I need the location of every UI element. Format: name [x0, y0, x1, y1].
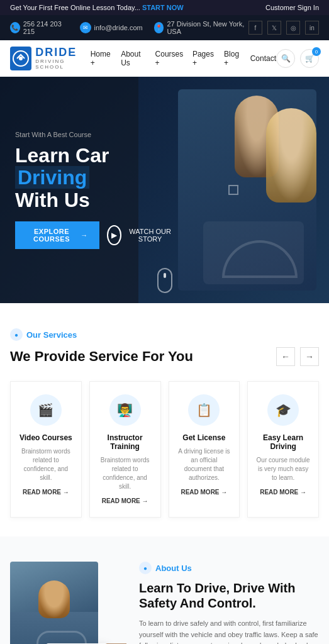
service-desc-instructor: Brainstorm words related to confidence, …: [98, 456, 153, 491]
social-icons: f 𝕏 ◎ in: [248, 21, 319, 35]
instructor-icon: 👨‍🏫: [109, 394, 141, 426]
facebook-icon[interactable]: f: [248, 21, 262, 35]
about-main-image: [10, 562, 98, 644]
email-icon: ✉: [80, 22, 91, 33]
nav-about[interactable]: About Us: [121, 50, 147, 67]
services-label-icon: ●: [10, 328, 23, 341]
logo[interactable]: DRIDE DRIVING SCHOOL: [10, 47, 91, 70]
customer-sign-in[interactable]: Customer Sign In: [265, 4, 319, 11]
nav-icons: 🔍 🛒 0: [276, 49, 319, 68]
email-contact[interactable]: ✉ info@dride.com: [80, 22, 143, 33]
arrow-icon: →: [81, 231, 88, 239]
video-courses-icon: 🎬: [30, 394, 62, 426]
service-card-license: 📋 Get License A driving license is an of…: [169, 381, 240, 518]
service-desc-easy-learn: Our course module is very much easy to l…: [255, 456, 311, 482]
hero-section: Start With A Best Course Learn Car Drivi…: [0, 77, 329, 303]
nav-blog[interactable]: Blog +: [224, 50, 243, 67]
watch-story-button[interactable]: ▶ WATCH OUR STORY: [107, 225, 174, 245]
start-now-link[interactable]: START NOW: [142, 4, 184, 11]
hero-title: Learn Car Driving With Us: [15, 145, 174, 211]
about-images: 3+ Years Experience: [10, 562, 126, 644]
read-more-license[interactable]: READ MORE →: [177, 489, 232, 496]
get-license-icon: 📋: [188, 394, 220, 426]
about-label-icon: ●: [139, 562, 152, 574]
service-card-video: 🎬 Video Courses Brainstorm words related…: [10, 381, 82, 518]
service-name-instructor: Instructor Training: [98, 433, 153, 451]
twitter-icon[interactable]: 𝕏: [267, 21, 281, 35]
service-desc-license: A driving license is an official documen…: [177, 447, 232, 482]
nav-contact[interactable]: Contact: [250, 54, 276, 63]
nav-courses[interactable]: Courses +: [155, 50, 185, 67]
scroll-dot: [164, 273, 166, 278]
brand-name: DRIDE: [35, 47, 91, 59]
service-name-license: Get License: [177, 433, 232, 442]
about-label-text: About Us: [155, 564, 192, 573]
service-card-instructor: 👨‍🏫 Instructor Training Brainstorm words…: [89, 381, 161, 518]
hero-subtitle: Start With A Best Course: [15, 131, 174, 138]
next-arrow-button[interactable]: →: [300, 347, 319, 366]
email-address: info@dride.com: [94, 24, 143, 31]
service-card-easy-learn: 🎓 Easy Learn Driving Our course module i…: [247, 381, 319, 518]
services-header: We Provide Service For You ← →: [10, 347, 319, 366]
read-more-video[interactable]: READ MORE →: [18, 489, 74, 496]
hero-content: Start With A Best Course Learn Car Drivi…: [0, 131, 189, 249]
about-section: 3+ Years Experience ● About Us Learn To …: [0, 536, 329, 644]
cart-badge: 0: [312, 47, 321, 56]
nav-home[interactable]: Home +: [91, 50, 113, 67]
address-contact: 📍 27 Division St, New York, USA: [154, 20, 248, 35]
services-label: ● Our Services: [10, 328, 319, 341]
phone-contact[interactable]: 📞 256 214 203 215: [10, 20, 69, 35]
instagram-icon[interactable]: ◎: [286, 21, 300, 35]
services-grid: 🎬 Video Courses Brainstorm words related…: [10, 381, 319, 518]
logo-text: DRIDE DRIVING SCHOOL: [35, 47, 91, 70]
contact-info: 📞 256 214 203 215 ✉ info@dride.com 📍 27 …: [10, 20, 248, 35]
hero-buttons: EXPLORE COURSES → ▶ WATCH OUR STORY: [15, 221, 174, 249]
prev-arrow-button[interactable]: ←: [276, 347, 295, 366]
services-label-text: Our Services: [26, 330, 77, 340]
services-section: ● Our Services We Provide Service For Yo…: [0, 303, 329, 536]
easy-learn-icon: 🎓: [267, 394, 299, 426]
instructor-image: [10, 562, 98, 644]
contact-bar: 📞 256 214 203 215 ✉ info@dride.com 📍 27 …: [0, 15, 329, 40]
address-text: 27 Division St, New York, USA: [167, 20, 248, 35]
nav-pages[interactable]: Pages +: [192, 50, 216, 67]
person-silhouette-2: [266, 108, 316, 203]
cart-button[interactable]: 🛒 0: [300, 49, 319, 68]
play-icon: ▶: [107, 225, 122, 245]
location-icon: 📍: [154, 22, 164, 33]
phone-number: 256 214 203 215: [23, 20, 69, 35]
logo-svg: [12, 50, 30, 67]
about-content: ● About Us Learn To Drive, Drive With Sa…: [139, 562, 319, 644]
services-title: We Provide Service For You: [10, 348, 193, 365]
about-title: Learn To Drive, Drive With Safety And Co…: [139, 580, 319, 611]
hero-title-line2: With Us: [15, 189, 90, 211]
services-nav-arrows: ← →: [276, 347, 319, 366]
about-label: ● About Us: [139, 562, 319, 574]
phone-icon: 📞: [10, 22, 20, 33]
about-description: To learn to drive safely and with contro…: [139, 618, 319, 644]
service-name-video: Video Courses: [18, 433, 74, 442]
announcement-bar: Get Your First Free Online Lesson Today.…: [0, 0, 329, 15]
nav-links: Home + About Us Courses + Pages + Blog +…: [91, 50, 276, 67]
announcement-text: Get Your First Free Online Lesson Today.…: [10, 4, 184, 11]
read-more-easy-learn[interactable]: READ MORE →: [255, 489, 311, 496]
scroll-indicator: [157, 268, 172, 293]
read-more-instructor[interactable]: READ MORE →: [98, 497, 153, 504]
svg-point-1: [19, 57, 23, 60]
service-desc-video: Brainstorm words related to confidence, …: [18, 447, 74, 482]
search-button[interactable]: 🔍: [276, 49, 295, 68]
service-name-easy-learn: Easy Learn Driving: [255, 433, 311, 451]
logo-icon: [10, 47, 31, 70]
navigation: DRIDE DRIVING SCHOOL Home + About Us Cou…: [0, 40, 329, 77]
lens-hint: [228, 185, 238, 195]
brand-tagline: DRIVING SCHOOL: [35, 59, 91, 70]
linkedin-icon[interactable]: in: [305, 21, 319, 35]
hero-title-highlight: Driving: [15, 166, 89, 189]
hero-title-line1: Learn Car: [15, 144, 109, 167]
explore-courses-button[interactable]: EXPLORE COURSES →: [15, 221, 99, 249]
